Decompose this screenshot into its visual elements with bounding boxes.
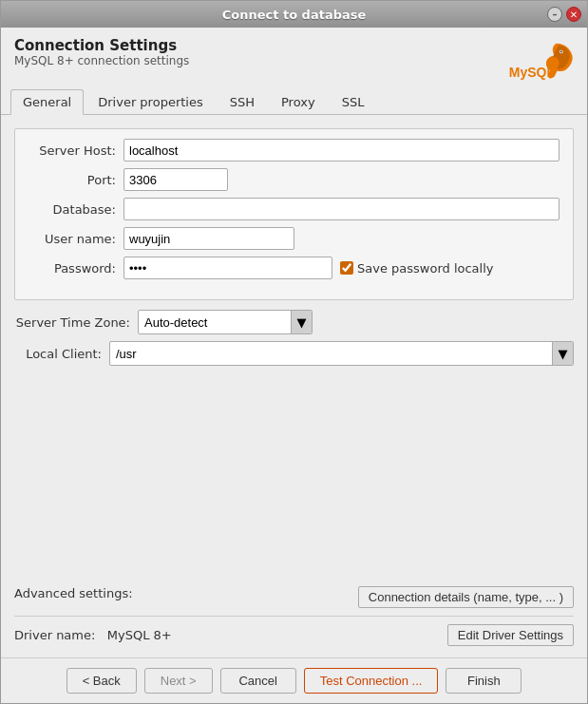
local-client-label: Local Client:	[14, 347, 109, 361]
driver-name-label: Driver name:	[14, 628, 95, 642]
local-client-dropdown-arrow[interactable]: ▼	[552, 342, 573, 365]
server-host-label: Server Host:	[28, 143, 123, 158]
port-row: Port:	[28, 168, 560, 191]
advanced-section: Connection details (name, type, ... ) Ad…	[14, 586, 574, 608]
driver-text: Driver name: MySQL 8+	[14, 628, 172, 642]
timezone-label: Server Time Zone:	[14, 315, 138, 330]
tab-proxy[interactable]: Proxy	[269, 89, 328, 115]
database-row: Database:	[28, 198, 560, 220]
tab-ssh[interactable]: SSH	[218, 89, 267, 115]
database-label: Database:	[28, 202, 123, 217]
test-connection-button[interactable]: Test Connection ...	[304, 668, 439, 694]
local-client-row: Local Client: /usr /usr/local ▼	[14, 341, 574, 366]
window-title: Connect to database	[222, 8, 367, 22]
tabs: General Driver properties SSH Proxy SSL	[1, 88, 587, 115]
edit-driver-settings-button[interactable]: Edit Driver Settings	[447, 624, 574, 646]
port-input[interactable]	[123, 168, 228, 191]
driver-section: Driver name: MySQL 8+ Edit Driver Settin…	[14, 616, 574, 654]
header-left: Connection Settings MySQL 8+ connection …	[14, 37, 189, 67]
username-input[interactable]	[123, 227, 294, 250]
title-bar-buttons: – ✕	[547, 7, 581, 22]
minimize-button[interactable]: –	[547, 7, 562, 22]
password-input[interactable]	[123, 257, 332, 279]
local-client-select-wrapper: /usr /usr/local ▼	[109, 341, 574, 366]
timezone-row: Server Time Zone: Auto-detect UTC US/Eas…	[14, 310, 574, 334]
tab-ssl[interactable]: SSL	[330, 89, 377, 115]
cancel-button[interactable]: Cancel	[220, 668, 296, 694]
header-area: Connection Settings MySQL 8+ connection …	[1, 28, 587, 88]
username-row: User name:	[28, 227, 560, 250]
save-password-text: Save password locally	[357, 261, 494, 276]
next-button[interactable]: Next >	[144, 668, 213, 694]
title-bar: Connect to database – ✕	[1, 1, 587, 28]
mysql-logo-image: MySQL	[507, 39, 574, 83]
mysql-logo: MySQL	[507, 37, 574, 83]
tab-general[interactable]: General	[10, 89, 84, 115]
tab-driver-properties[interactable]: Driver properties	[85, 89, 215, 115]
finish-button[interactable]: Finish	[446, 668, 522, 694]
password-row: Password: Save password locally	[28, 257, 560, 279]
username-label: User name:	[28, 232, 123, 246]
timezone-select-wrapper: Auto-detect UTC US/Eastern ▼	[138, 310, 313, 334]
password-row-inner: Save password locally	[123, 257, 560, 279]
connection-settings-title: Connection Settings	[14, 37, 189, 54]
connection-settings-subtitle: MySQL 8+ connection settings	[14, 54, 189, 67]
server-host-input[interactable]	[123, 139, 560, 162]
window: Connect to database – ✕ Connection Setti…	[0, 0, 588, 704]
save-password-checkbox[interactable]	[340, 261, 353, 275]
spacer	[14, 372, 574, 586]
timezone-select[interactable]: Auto-detect UTC US/Eastern	[139, 313, 291, 333]
back-button[interactable]: < Back	[66, 668, 137, 694]
connection-details-button[interactable]: Connection details (name, type, ... )	[358, 586, 574, 608]
database-input[interactable]	[123, 198, 560, 220]
close-button[interactable]: ✕	[566, 7, 581, 22]
port-label: Port:	[28, 173, 123, 187]
svg-text:MySQL: MySQL	[509, 65, 556, 80]
server-host-row: Server Host:	[28, 139, 560, 162]
driver-name-value: MySQL 8+	[107, 628, 172, 642]
content-area: Server Host: Port: Database: User name: …	[1, 115, 587, 657]
timezone-dropdown-arrow[interactable]: ▼	[291, 311, 312, 333]
local-client-select[interactable]: /usr /usr/local	[110, 344, 552, 364]
save-password-checkbox-label: Save password locally	[340, 261, 494, 276]
svg-point-1	[560, 51, 562, 53]
bottom-bar: < Back Next > Cancel Test Connection ...…	[1, 657, 587, 703]
password-label: Password:	[28, 261, 123, 276]
form-section: Server Host: Port: Database: User name: …	[14, 128, 574, 300]
